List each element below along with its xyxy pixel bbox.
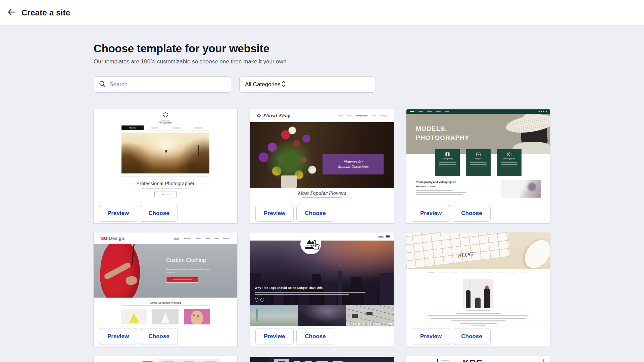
mountain-logo-icon — [306, 239, 316, 244]
preview-button[interactable]: Preview — [412, 328, 450, 345]
travel-logo-badge — [300, 234, 321, 254]
back-button[interactable] — [6, 7, 17, 18]
category-select[interactable]: All Categories — [239, 76, 376, 93]
template-card-models: MODELS. PHOTOGRAPHY Videography Images — [406, 109, 550, 223]
photographer-gallery-button: GALLERY — [154, 192, 177, 197]
card-footer: Preview Choose — [94, 203, 237, 223]
tabs-bar — [94, 359, 237, 362]
thumbnail-ski-lift: Welcome to Our Blog Feature. Here's How … — [346, 305, 394, 326]
template-card-photographer: John Clark Photographer HOME Professiona… — [94, 109, 237, 223]
choose-button[interactable]: Choose — [140, 328, 178, 345]
sg-hero: Custom Clothing Creating custom clothing… — [94, 244, 237, 298]
floral-nav-item: About — [347, 115, 352, 117]
preview-button[interactable]: Preview — [99, 205, 137, 222]
choose-button[interactable]: Choose — [140, 205, 178, 222]
preview-button[interactable]: Preview — [99, 328, 137, 345]
template-card-keyboard-blog: BLOG — [406, 232, 550, 347]
models-about-heading: Photography and Videographer We love to … — [416, 180, 466, 189]
choose-button[interactable]: Choose — [296, 328, 334, 345]
preview-button[interactable]: Preview — [412, 205, 450, 222]
photographer-nav-item — [188, 125, 210, 130]
sg-hero-button — [166, 277, 198, 282]
photographer-title: Professional Photographer — [94, 181, 237, 186]
photographer-logo: John Clark Photographer — [94, 109, 237, 124]
floral-nav-item: Contact — [380, 115, 387, 117]
template-card-floral: ✿ Floral Shop Home About Our Flowers Sto… — [250, 109, 394, 223]
social-icons — [539, 111, 547, 112]
floral-nav: Home About Our Flowers Store Contact — [338, 115, 387, 117]
section-heading: Choose template for your website — [94, 42, 644, 55]
floral-nav-item: Home — [338, 115, 343, 117]
card-footer: Preview Choose — [94, 326, 237, 346]
travel-hero-skyline: Why Title Tags Should Be No Longer Than … — [250, 241, 394, 305]
keyboard — [406, 232, 511, 269]
preview-button[interactable]: Preview — [255, 328, 294, 345]
filter-controls: All Categories — [94, 76, 644, 93]
category-select-value: All Categories — [245, 81, 281, 88]
blog-nav — [406, 269, 550, 275]
navy-logo-block — [250, 357, 269, 362]
template-card-partial-navy — [250, 356, 394, 362]
photographer-hero-image — [121, 133, 209, 173]
template-preview-tabs — [94, 356, 237, 362]
product-swim: Swim Collections — [184, 309, 210, 326]
floral-section: Most Popular Flowers — [250, 188, 394, 203]
card-footer: Preview Choose — [250, 203, 394, 223]
page-title: Create a site — [21, 8, 70, 17]
choose-button[interactable]: Choose — [296, 205, 334, 222]
flower-icon: ✿ — [257, 113, 261, 119]
city-lights — [340, 265, 341, 266]
search-input[interactable] — [109, 81, 226, 88]
camera-icon — [507, 152, 512, 157]
sg-hero-text: Creating custom clothing designs for all… — [166, 267, 219, 274]
floral-header: ✿ Floral Shop Home About Our Flowers Sto… — [250, 109, 394, 122]
card-footer: Preview Choose — [250, 326, 394, 346]
back-arrow-icon — [7, 7, 16, 18]
fence-post — [198, 145, 199, 156]
vase — [281, 175, 297, 188]
photographer-tagline: Let me capture your most precious moment… — [94, 187, 237, 189]
product-image — [152, 309, 179, 324]
section-subheading: Our templates are 100% customizable so c… — [94, 58, 644, 65]
tab — [158, 359, 179, 362]
thumbnail-statue-of-liberty — [250, 305, 298, 326]
chevron-up-down-icon — [281, 80, 287, 89]
choose-button[interactable]: Choose — [453, 328, 490, 345]
product-dress-yellow: Dress Collections — [121, 309, 147, 326]
floral-nav-item: Store — [371, 115, 376, 117]
navy-navbar — [250, 357, 394, 362]
navy-nav-active — [274, 359, 289, 362]
models-nav — [406, 109, 550, 114]
template-preview-navy — [250, 356, 394, 362]
film-icon — [445, 152, 450, 157]
choose-button[interactable]: Choose — [453, 205, 490, 222]
product-image — [121, 309, 147, 324]
side-nav-rule — [437, 359, 438, 362]
app-header: Create a site — [0, 0, 644, 25]
tab-active — [137, 359, 158, 362]
walking-figure — [165, 150, 167, 153]
blog-post — [406, 279, 550, 326]
greeked-text — [302, 197, 342, 198]
floral-section-title: Most Popular Flowers — [250, 191, 394, 196]
tab — [200, 359, 220, 362]
makeup-portrait-image — [501, 180, 541, 198]
kdc-brand: KDC — [463, 358, 483, 362]
feature-card-images: Images — [466, 149, 491, 176]
preview-button[interactable]: Preview — [255, 205, 294, 222]
tab — [179, 359, 200, 362]
search-box[interactable] — [94, 76, 231, 93]
template-preview-sg-design: SG Design Home Services About Store Blog… — [94, 232, 237, 326]
sg-collection-strip: Spring Collection Available — [94, 298, 237, 308]
feature-card-photography: Photography — [497, 149, 522, 176]
photographer-nav-home: HOME — [121, 125, 144, 130]
salon-photo — [463, 279, 493, 308]
template-preview-kdc: KDC — [406, 356, 550, 362]
image-icon — [476, 152, 481, 157]
template-grid: John Clark Photographer HOME Professiona… — [94, 109, 550, 362]
carousel-arrows — [255, 298, 264, 302]
photographer-nav-item — [165, 125, 188, 130]
feature-card-videography: Videography — [435, 149, 460, 176]
product-dress-white: Dress Collection — [152, 309, 179, 326]
template-card-sg-design: SG Design Home Services About Store Blog… — [94, 232, 237, 347]
